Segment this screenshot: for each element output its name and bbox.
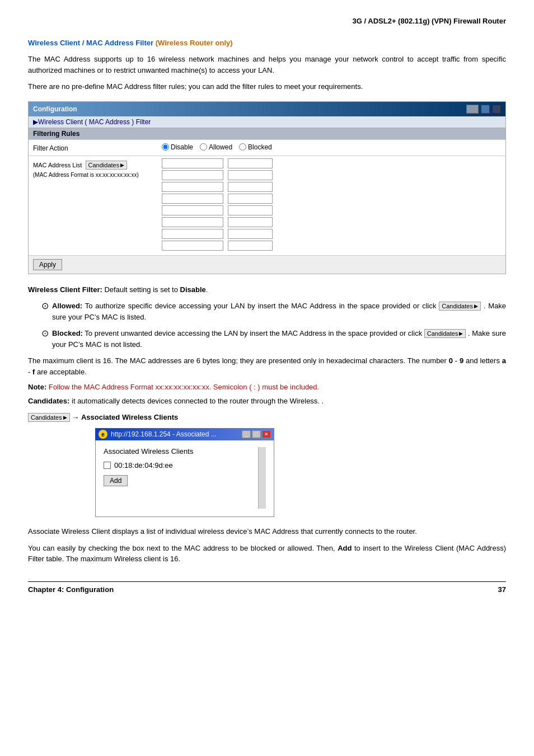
config-box-header: Configuration [29,102,505,116]
mac-input-r6[interactable] [228,217,273,227]
chapter-label: Chapter 4: Configuration [28,585,114,594]
mac-label-col: MAC Address List Candidates (MAC Address… [33,158,162,179]
filter-action-options: Disable Allowed Blocked [162,143,272,151]
candidates-label: Candidates: [28,397,69,405]
mac-input-r3[interactable] [228,182,273,192]
blocked-content: Blocked: To prevent unwanted device acce… [52,328,506,350]
mac-input-2[interactable] [162,170,223,180]
associate-text1: Associate Wireless Client displays a lis… [28,526,506,537]
page-header: 3G / ADSL2+ (802.11g) (VPN) Firewall Rou… [28,17,506,29]
mac-input-r5[interactable] [228,205,273,215]
popup-spacer [104,486,256,509]
filter-action-row: Filter Action Disable Allowed Blocked [29,139,505,156]
footer: Chapter 4: Configuration 37 [28,581,506,594]
popup-client-checkbox[interactable] [104,462,111,469]
popup-titlebar-left: e http://192.168.1.254 - Associated ... [99,430,217,439]
note-label: Note: [28,383,46,391]
radio-blocked-input[interactable] [239,143,246,151]
filter-default-label: Wireless Client Filter: [28,285,102,294]
max-client-text: The maximum client is 16. The MAC addres… [28,355,506,377]
filtering-rules-header: Filtering Rules [29,128,505,139]
apply-btn[interactable]: Apply [33,259,62,270]
popup-scrollbar[interactable] [258,447,266,509]
config-box: Configuration ▶Wireless Client ( MAC Add… [28,101,506,274]
header-title: 3G / ADSL2+ (802.11g) (VPN) Firewall Rou… [353,17,506,25]
popup-close-btn[interactable]: ✕ [262,430,271,438]
popup-titlebar: e http://192.168.1.254 - Associated ... … [95,428,274,440]
config-inner: ▶Wireless Client ( MAC Address ) Filter … [29,116,505,274]
mac-input-8[interactable] [162,241,223,251]
mac-address-list-label: MAC Address List Candidates [33,161,162,170]
popup-body: Associated Wireless Clients 00:18:de:04:… [95,440,274,517]
candidates-arrow-line: Candidates → Associated Wireless Clients [28,412,506,423]
mac-input-4[interactable] [162,194,223,204]
section-title: Wireless Client / MAC Address Filter (Wi… [28,39,506,47]
title-blue: Wireless Client / MAC Address Filter [28,39,153,47]
radio-disable[interactable]: Disable [162,143,193,151]
mac-format-label: (MAC Address Format is xx:xx:xx:xx:xx:xx… [33,171,162,179]
popup-restore-btn[interactable]: □ [252,430,261,438]
mac-input-r2[interactable] [228,170,273,180]
header-icons [466,105,501,114]
candidates-section: Candidates: it automatically detects dev… [28,396,506,407]
add-word: Add [338,544,352,552]
mac-inputs-col [162,158,273,251]
max-client-part1: The maximum client is 16. The MAC addres… [28,356,449,365]
bullet-blocked: ⊙ Blocked: To prevent unwanted device ac… [41,328,506,350]
candidates-btn-allowed[interactable]: Candidates [439,302,481,311]
popup-ie-icon: e [99,430,107,439]
are-acceptable: are acceptable. [35,368,87,376]
filter-default-text: Wireless Client Filter: Default setting … [28,284,506,295]
mac-input-r4[interactable] [228,194,273,204]
page-num: 37 [498,585,506,594]
icon-sq [481,105,490,114]
radio-allowed-label: Allowed [209,143,232,151]
bullet-allowed: ⊙ Allowed: To authorize specific device … [41,300,506,322]
radio-blocked[interactable]: Blocked [239,143,272,151]
and-letters: and letters [463,356,502,365]
filtering-rules-label: Filtering Rules [33,130,79,138]
radio-allowed-input[interactable] [200,143,207,151]
mac-address-area: MAC Address List Candidates (MAC Address… [29,156,505,255]
radio-blocked-label: Blocked [248,143,272,151]
popup-win-btns: _ □ ✕ [242,430,271,438]
popup-title: http://192.168.1.254 - Associated ... [111,430,217,438]
mac-input-1[interactable] [162,158,223,168]
radio-disable-input[interactable] [162,143,169,151]
candidates-btn-arrow[interactable]: Candidates [28,413,70,422]
blocked-text: To prevent unwanted device accessing the… [85,329,424,337]
mac-input-7[interactable] [162,229,223,239]
dash-txt: - [453,356,460,365]
candidates-text: it automatically detects devices connect… [72,397,324,405]
radio-disable-label: Disable [171,143,193,151]
arrow-text: → [72,413,79,421]
mac-input-r1[interactable] [228,158,273,168]
bullet-dot-blocked: ⊙ [41,327,49,340]
bullet-dot-allowed: ⊙ [41,299,49,313]
popup-body-content: Associated Wireless Clients 00:18:de:04:… [104,447,266,509]
radio-allowed[interactable]: Allowed [200,143,232,151]
mac-input-r8[interactable] [228,241,273,251]
blocked-label: Blocked: [52,329,83,337]
filter-action-label: Filter Action [33,143,162,152]
associate-text2: You can easily by checking the box next … [28,543,506,565]
config-submenu[interactable]: ▶Wireless Client ( MAC Address ) Filter [29,116,505,128]
mac-col-left [162,158,223,251]
allowed-label: Allowed: [52,302,82,310]
candidates-btn-mac[interactable]: Candidates [86,161,128,170]
mac-col-right [228,158,273,251]
filter-default-rest: Default setting is set to [104,285,180,294]
candidates-btn-blocked[interactable]: Candidates [424,329,466,338]
mac-input-3[interactable] [162,182,223,192]
note-text: Note: Follow the MAC Address Format xx:x… [28,383,506,391]
popup-minimize-btn[interactable]: _ [242,430,251,438]
icon-sq2 [492,105,501,114]
zero-nine: 0 [449,356,453,365]
mac-input-6[interactable] [162,217,223,227]
title-orange: (Wireless Router only) [156,39,233,47]
mac-input-r7[interactable] [228,229,273,239]
popup-add-btn[interactable]: Add [104,475,128,486]
config-header-label: Configuration [33,105,77,113]
mac-input-5[interactable] [162,205,223,215]
para2: There are no pre-define MAC Address filt… [28,81,506,92]
